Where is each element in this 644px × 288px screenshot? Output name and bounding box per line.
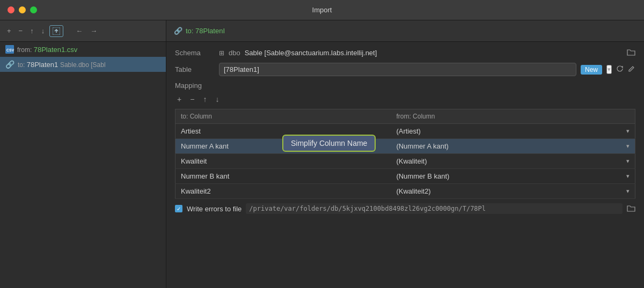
mapping-header-row: to: Column from: Column xyxy=(175,109,635,124)
schema-row: Schema ⊞ dbo Sable [Sable@sanctuarium.la… xyxy=(175,48,635,57)
tooltip-text: Simplify Column Name xyxy=(282,135,376,152)
mapping-down-button[interactable]: ↓ xyxy=(213,94,221,105)
table-label: Table xyxy=(175,65,213,73)
mapping-row[interactable]: Nummer A kant (Nummer A kant) ▾ xyxy=(175,139,635,154)
mapping-container: to: Column from: Column Artiest (Artiest… xyxy=(175,109,635,199)
sidebar-item-csv[interactable]: CSV from: 78Platen1.csv xyxy=(0,42,166,57)
nav-link-icon: 🔗 xyxy=(174,27,182,35)
mapping-row[interactable]: Nummer B kant (Nummer B kant) ▾ xyxy=(175,169,635,184)
mapping-label: Mapping xyxy=(175,82,635,90)
to-cell: Kwaliteit xyxy=(175,154,391,169)
content-area: 🔗 to: 78PlatenI Schema ⊞ dbo Sable [Sabl… xyxy=(166,20,644,288)
mapping-remove-button[interactable]: − xyxy=(188,94,196,105)
maximize-button[interactable] xyxy=(30,6,37,13)
edit-icon xyxy=(628,65,635,72)
mapping-row[interactable]: Kwaliteit2 (Kwaliteit2) ▾ xyxy=(175,184,635,199)
table-row-form: Table New ▾ xyxy=(175,63,635,76)
folder-icon xyxy=(627,48,635,56)
table-dropdown-button[interactable]: ▾ xyxy=(606,65,612,74)
forward-button[interactable]: → xyxy=(87,25,100,36)
sidebar-item-db[interactable]: 🔗 to: 78Platen1 Sable.dbo [Sabl xyxy=(0,57,166,72)
remove-button[interactable]: − xyxy=(16,25,26,36)
mapping-row[interactable]: Kwaliteit (Kwaliteit) ▾ xyxy=(175,154,635,169)
sidebar-toolbar: + − ↑ ↓ ← → xyxy=(0,20,166,42)
content-nav: 🔗 to: 78PlatenI xyxy=(166,20,644,42)
row-chevron-icon: ▾ xyxy=(626,128,630,135)
row-chevron-icon: ▾ xyxy=(626,158,630,165)
form-area: Schema ⊞ dbo Sable [Sable@sanctuarium.la… xyxy=(166,42,644,220)
from-cell: (Artiest) ▾ xyxy=(391,124,635,139)
refresh-icon xyxy=(616,65,624,72)
table-refresh-button[interactable] xyxy=(616,65,624,74)
schema-label: Schema xyxy=(175,49,213,57)
schema-value: ⊞ dbo Sable [Sable@sanctuarium.labs.inte… xyxy=(219,48,635,57)
csv-icon: CSV xyxy=(5,45,14,54)
schema-db-icon: ⊞ xyxy=(219,49,224,57)
from-cell: (Nummer A kant) ▾ xyxy=(391,139,635,154)
add-button[interactable]: + xyxy=(4,25,14,36)
to-cell: Kwaliteit2 xyxy=(175,184,391,199)
move-down-button[interactable]: ↓ xyxy=(39,25,48,36)
close-button[interactable] xyxy=(8,6,14,13)
db-item-label: to: 78Platen1 Sable.dbo [Sabl xyxy=(18,61,106,69)
simplify-tooltip: Simplify Column Name xyxy=(282,135,376,152)
from-cell: (Kwaliteit) ▾ xyxy=(391,154,635,169)
row-chevron-icon: ▾ xyxy=(626,173,630,180)
svg-text:CSV: CSV xyxy=(6,48,14,52)
csv-item-label: from: 78Platen1.csv xyxy=(17,46,77,54)
sidebar: + − ↑ ↓ ← → CSV from: 78P xyxy=(0,20,166,288)
window-title: Import xyxy=(312,6,332,14)
nav-link-text: to: 78PlatenI xyxy=(186,27,225,35)
from-cell: (Nummer B kant) ▾ xyxy=(391,169,635,184)
schema-server: Sable [Sable@sanctuarium.labs.intellij.n… xyxy=(245,49,377,57)
move-up-button[interactable]: ↑ xyxy=(27,25,36,36)
mapping-table: to: Column from: Column Artiest (Artiest… xyxy=(175,109,635,199)
mapping-toolbar: + − ↑ ↓ xyxy=(175,94,635,105)
new-badge: New xyxy=(581,65,602,75)
to-cell: Nummer B kant xyxy=(175,169,391,184)
row-chevron-icon: ▾ xyxy=(626,188,630,195)
write-errors-label: Write errors to file xyxy=(187,205,241,213)
back-button[interactable]: ← xyxy=(73,25,85,36)
to-column-header: to: Column xyxy=(175,109,391,124)
main-layout: + − ↑ ↓ ← → CSV from: 78P xyxy=(0,20,644,288)
write-errors-checkbox[interactable]: ✓ xyxy=(175,205,182,212)
from-cell: (Kwaliteit2) ▾ xyxy=(391,184,635,199)
write-errors-path: /private/var/folders/db/5kjxvq2100bd8498… xyxy=(246,203,623,214)
mapping-up-button[interactable]: ↑ xyxy=(201,94,209,105)
mapping-add-button[interactable]: + xyxy=(175,94,184,105)
upload-icon xyxy=(53,27,60,35)
csv-file-icon: CSV xyxy=(5,45,14,54)
table-edit-button[interactable] xyxy=(628,65,635,74)
mapping-row[interactable]: Artiest (Artiest) ▾ xyxy=(175,124,635,139)
errors-folder-icon xyxy=(627,204,635,212)
upload-button[interactable] xyxy=(49,25,63,37)
from-column-header: from: Column xyxy=(391,109,635,124)
row-chevron-icon: ▾ xyxy=(626,143,630,150)
window-controls xyxy=(8,6,37,13)
schema-folder-button[interactable] xyxy=(627,48,635,57)
titlebar: Import xyxy=(0,0,644,20)
table-input[interactable] xyxy=(219,63,576,76)
link-icon: 🔗 xyxy=(5,60,14,69)
write-errors-row: ✓ Write errors to file /private/var/fold… xyxy=(175,199,635,214)
minimize-button[interactable] xyxy=(19,6,26,13)
schema-dbo: dbo xyxy=(229,49,240,57)
write-errors-folder-button[interactable] xyxy=(627,204,635,213)
